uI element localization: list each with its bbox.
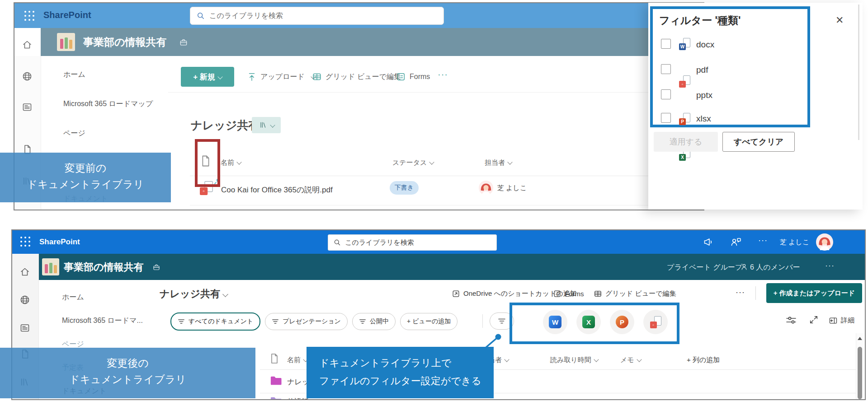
grid-view-edit-button[interactable]: グリッド ビューで編集 <box>312 72 401 82</box>
app-title: SharePoint <box>43 10 91 20</box>
chevron-down-icon <box>222 291 228 297</box>
forms-icon <box>396 72 406 82</box>
pdf-file-icon: ▫ <box>679 75 690 88</box>
red-highlight-box <box>195 139 220 187</box>
site-logo[interactable] <box>57 33 75 51</box>
flyout-scrollbar[interactable] <box>858 5 859 140</box>
sidebar-item-roadmap[interactable]: Microsoft 365 ロードマップ <box>63 99 153 109</box>
filter-option-xlsx[interactable]: xlsx <box>696 114 711 124</box>
sidebar-item-home[interactable]: ホーム <box>63 70 85 79</box>
home-icon[interactable] <box>19 266 30 277</box>
view-pill-presentation[interactable]: プレゼンテーション <box>265 313 348 330</box>
filter-option-pptx[interactable]: pptx <box>696 90 712 100</box>
chevron-down-icon <box>217 74 222 79</box>
column-header-name[interactable]: 名前 <box>221 159 241 167</box>
chevron-down-icon <box>270 122 275 127</box>
create-or-upload-button[interactable]: + 作成またはアップロード <box>766 283 862 303</box>
checkbox-pptx[interactable] <box>661 89 671 99</box>
members-count[interactable]: 6 人のメンバー <box>750 263 800 272</box>
upload-button[interactable]: アップロード <box>247 72 315 82</box>
chevron-down-icon <box>236 159 241 164</box>
filter-option-pdf[interactable]: pdf <box>696 65 708 75</box>
sidebar-item-pages[interactable]: ページ <box>63 129 85 138</box>
news-icon[interactable] <box>19 322 30 333</box>
clear-all-button[interactable]: すべてクリア <box>722 132 795 152</box>
chevron-down-icon <box>594 357 599 362</box>
toolbar-divider <box>168 92 703 93</box>
sidebar-item-home[interactable]: ホーム <box>62 293 84 302</box>
people-share-icon[interactable] <box>730 237 742 247</box>
expand-icon[interactable] <box>809 315 819 325</box>
toolbar-separator <box>755 286 756 300</box>
view-selector[interactable] <box>252 117 281 133</box>
folder-icon <box>270 376 283 386</box>
forms-button[interactable]: Forms <box>396 72 430 82</box>
avatar[interactable] <box>478 180 494 196</box>
news-icon[interactable] <box>22 102 33 112</box>
scrollbar-up-arrow[interactable] <box>858 337 862 340</box>
filter-flyout: フィルター '種類' ✕ W docx ▫ pdf P pptx X xlsx … <box>648 3 863 210</box>
column-header-owner[interactable]: 担当者 <box>485 159 512 167</box>
view-pill-add-view[interactable]: + ビューの追加 <box>400 313 458 330</box>
grid-view-edit-button[interactable]: グリッド ビューで編集 <box>594 289 676 298</box>
filter-option-docx[interactable]: docx <box>696 40 714 50</box>
status-badge: 下書き <box>390 181 419 195</box>
add-column-button[interactable]: + 列の追加 <box>687 356 720 364</box>
column-header-readtime[interactable]: 読み取り時間 <box>550 356 598 364</box>
column-header-status[interactable]: ステータス <box>392 159 434 167</box>
new-button[interactable]: + 新規 <box>181 67 234 87</box>
row-name[interactable]: 英語版 <box>287 397 309 400</box>
shortcut-icon <box>452 289 460 298</box>
filter-title: フィルター '種類' <box>659 14 741 28</box>
sidebar-item-roadmap[interactable]: Microsoft 365 ロードマ... <box>62 316 143 326</box>
search-input[interactable]: このライブラリを検索 <box>190 7 444 25</box>
column-header-memo[interactable]: メモ <box>620 356 641 364</box>
more-button[interactable]: ··· <box>736 288 745 297</box>
site-header: 事業部の情報共有 プラ <box>41 28 703 56</box>
annotation-callout: ドキュメントライブラリ上で ファイルのフィルター設定ができる <box>307 347 494 398</box>
word-file-icon: W <box>679 38 690 50</box>
megaphone-icon[interactable] <box>703 237 714 247</box>
more-button[interactable]: ··· <box>758 236 768 245</box>
grid-icon <box>312 72 322 82</box>
person-icon <box>740 263 748 271</box>
briefcase-icon <box>179 38 188 47</box>
pills-separator <box>482 314 483 328</box>
sliders-icon[interactable] <box>785 315 797 325</box>
globe-icon[interactable] <box>22 71 33 82</box>
site-logo[interactable] <box>42 258 59 275</box>
upload-icon <box>247 72 257 82</box>
checkbox-pdf[interactable] <box>661 64 671 74</box>
site-title[interactable]: 事業部の情報共有 <box>64 261 144 274</box>
app-launcher-icon[interactable] <box>20 237 31 247</box>
search-input[interactable]: このライブラリを検索 <box>328 234 497 251</box>
app-launcher-icon[interactable] <box>24 11 35 22</box>
site-title[interactable]: 事業部の情報共有 <box>83 35 167 49</box>
more-button[interactable]: ··· <box>438 69 448 79</box>
close-icon[interactable]: ✕ <box>835 14 844 26</box>
scrollbar-track[interactable] <box>856 333 863 399</box>
view-pill-published[interactable]: 公開中 <box>352 313 396 330</box>
globe-icon[interactable] <box>19 294 30 305</box>
forms-button[interactable]: Forms <box>553 289 584 298</box>
checkbox-xlsx[interactable] <box>661 113 671 123</box>
view-pill-all-documents[interactable]: すべてのドキュメント <box>170 312 260 331</box>
annotation-before-label: 変更前の ドキュメントライブラリ <box>0 153 171 202</box>
file-type-column-icon[interactable] <box>270 353 279 364</box>
details-pane-button[interactable]: 詳細 <box>829 316 854 325</box>
forms-icon <box>553 289 561 298</box>
avatar[interactable] <box>816 233 833 251</box>
home-icon[interactable] <box>22 39 33 50</box>
scrollbar-thumb[interactable] <box>858 347 862 399</box>
file-name[interactable]: Coo Kai for Office 365の説明.pdf <box>221 185 333 195</box>
library-title: ナレッジ共有 <box>191 118 259 133</box>
more-button[interactable]: ··· <box>825 261 835 270</box>
checkbox-docx[interactable] <box>661 39 671 49</box>
view-pills-row: すべてのドキュメント プレゼンテーション 公開中 + ビューの追加 <box>170 312 458 331</box>
library-title[interactable]: ナレッジ共有 <box>160 287 227 301</box>
books-view-icon <box>259 121 268 130</box>
powerpoint-file-icon: P <box>679 113 690 125</box>
app-title: SharePoint <box>39 238 80 247</box>
column-header-name[interactable]: 名前 <box>287 356 307 364</box>
folder-icon <box>270 396 283 400</box>
